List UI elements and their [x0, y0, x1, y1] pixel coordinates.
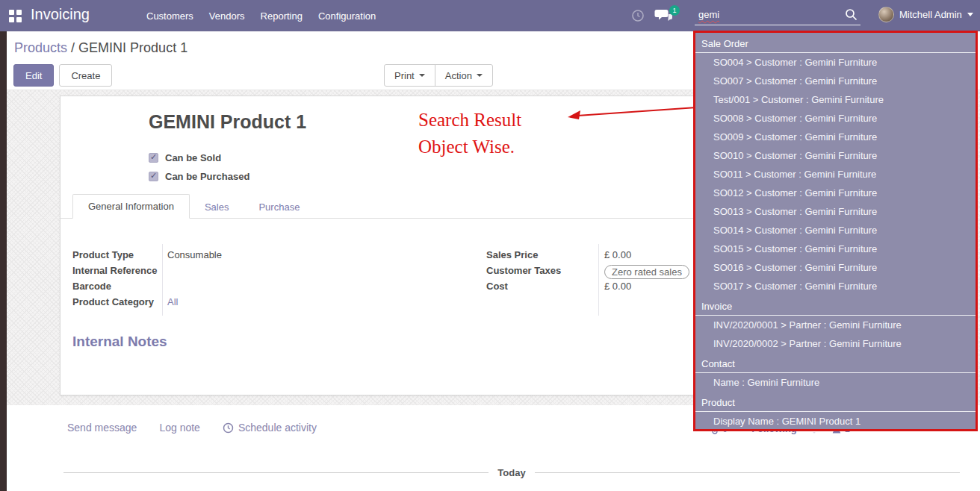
product-flags: Can be Sold Can be Purchased	[149, 148, 249, 186]
field-label: Product Category	[72, 296, 162, 307]
search-result-item[interactable]: SO013 > Customer : Gemini Furniture	[695, 202, 976, 221]
chatter-actions: Send message Log note Schedule activity	[67, 422, 317, 434]
print-menu-button[interactable]: Print	[385, 65, 435, 86]
divider-line	[535, 472, 960, 473]
apps-menu-icon[interactable]	[9, 10, 22, 22]
field-group-left: Product Type Consumable Internal Referen…	[72, 244, 486, 316]
search-result-item[interactable]: SO009 > Customer : Gemini Furniture	[695, 128, 976, 146]
checkbox-label: Can be Sold	[165, 152, 221, 163]
field-value[interactable]: Zero rated sales	[598, 265, 689, 279]
field-value[interactable]: All	[162, 296, 178, 307]
chevron-down-icon	[419, 74, 425, 77]
breadcrumb-separator: /	[71, 40, 75, 55]
menu-item[interactable]: Reporting	[261, 10, 303, 22]
clock-icon	[223, 422, 234, 434]
schedule-activity-button[interactable]: Schedule activity	[223, 422, 317, 434]
field-value[interactable]: Consumable	[162, 249, 222, 260]
app-name[interactable]: Invoicing	[31, 6, 90, 23]
breadcrumb-current: GEMINI Product 1	[78, 40, 187, 55]
checkbox-field: Can be Purchased	[149, 167, 249, 186]
breadcrumb: Products / GEMINI Product 1	[14, 40, 187, 56]
menu-item[interactable]: Configuration	[318, 10, 376, 22]
date-divider-label: Today	[497, 467, 525, 478]
search-result-group: Invoice INV/2020/0001 > Partner : Gemini…	[695, 295, 976, 353]
notebook-tab[interactable]: General Information	[72, 194, 190, 219]
search-result-item[interactable]: SO008 > Customer : Gemini Furniture	[695, 109, 976, 128]
divider-line	[63, 472, 489, 473]
field-label: Cost	[486, 281, 598, 292]
search-result-item[interactable]: SO017 > Customer : Gemini Furniture	[695, 277, 976, 295]
search-result-item[interactable]: SO014 > Customer : Gemini Furniture	[695, 221, 976, 240]
field-value[interactable]: £ 0.00	[598, 281, 631, 292]
menu-item[interactable]: Customers	[146, 10, 193, 22]
form-field: Internal Reference	[72, 264, 486, 280]
edit-button[interactable]: Edit	[13, 64, 54, 87]
search-result-group: Sale Order SO004 > Customer : Gemini Fur…	[695, 33, 976, 295]
search-result-item[interactable]: SO004 > Customer : Gemini Furniture	[695, 53, 976, 72]
top-navbar: Invoicing Customers Vendors Reporting Co…	[0, 0, 980, 31]
notebook-tab[interactable]: Purchase	[244, 196, 314, 219]
search-result-item[interactable]: Name : Gemini Furniture	[695, 373, 976, 392]
form-field: Product Category All	[72, 295, 486, 311]
search-result-group-header: Invoice	[695, 295, 976, 316]
search-result-item[interactable]: SO010 > Customer : Gemini Furniture	[695, 146, 976, 165]
avatar	[878, 7, 894, 22]
search-result-item[interactable]: INV/2020/0002 > Partner : Gemini Furnitu…	[695, 334, 976, 353]
form-buttons: Edit Create	[13, 64, 112, 87]
global-search-box[interactable]: gemi	[695, 6, 860, 25]
messages-icon[interactable]: 1	[654, 8, 677, 25]
annotation-line-2: Object Wise.	[418, 134, 521, 160]
field-label: Product Type	[72, 249, 162, 260]
search-icon[interactable]	[845, 8, 858, 21]
send-message-button[interactable]: Send message	[67, 422, 137, 434]
search-result-item[interactable]: SO016 > Customer : Gemini Furniture	[695, 258, 976, 277]
search-result-group-header: Sale Order	[695, 33, 976, 53]
annotation-arrow	[565, 101, 711, 125]
search-results-dropdown: Sale Order SO004 > Customer : Gemini Fur…	[693, 31, 978, 431]
search-result-item[interactable]: Test/001 > Customer : Gemini Furniture	[695, 90, 976, 109]
screen: Invoicing Customers Vendors Reporting Co…	[0, 0, 980, 491]
chevron-down-icon	[477, 74, 483, 77]
create-button[interactable]: Create	[59, 64, 112, 87]
field-value[interactable]: £ 0.00	[598, 249, 631, 260]
search-result-item[interactable]: Display Name : GEMINI Product 1	[695, 412, 976, 431]
field-label: Internal Reference	[72, 265, 162, 276]
checkbox-icon[interactable]	[149, 172, 158, 181]
checkbox-label: Can be Purchased	[165, 171, 249, 182]
form-field: Barcode	[72, 280, 486, 295]
menu-item[interactable]: Vendors	[209, 10, 245, 22]
date-divider: Today	[63, 467, 960, 478]
field-label: Customer Taxes	[486, 265, 598, 276]
field-label: Barcode	[72, 281, 162, 292]
checkbox-icon[interactable]	[149, 153, 158, 163]
print-action-group: Print Action	[384, 64, 493, 87]
activities-icon[interactable]	[631, 9, 645, 22]
search-result-group: Product Display Name : GEMINI Product 1	[695, 392, 976, 431]
action-menu-button[interactable]: Action	[435, 65, 492, 86]
search-input[interactable]: gemi	[698, 9, 719, 20]
log-note-button[interactable]: Log note	[159, 422, 200, 434]
checkbox-field: Can be Sold	[149, 148, 249, 167]
left-edge-strip	[0, 31, 7, 491]
search-result-item[interactable]: SO011 > Customer : Gemini Furniture	[695, 165, 976, 184]
search-result-item[interactable]: SO007 > Customer : Gemini Furniture	[695, 72, 976, 90]
search-result-item[interactable]: SO015 > Customer : Gemini Furniture	[695, 240, 976, 258]
field-label: Sales Price	[486, 249, 598, 260]
search-result-group-header: Contact	[695, 353, 976, 373]
user-menu[interactable]: Mitchell Admin	[878, 7, 973, 22]
breadcrumb-link-products[interactable]: Products	[14, 40, 67, 55]
message-count-badge: 1	[669, 5, 680, 16]
product-title: GEMINI Product 1	[149, 111, 306, 133]
search-result-group: Contact Name : Gemini Furniture	[695, 353, 976, 392]
annotation-line-1: Search Result	[418, 107, 521, 134]
search-result-item[interactable]: INV/2020/0001 > Partner : Gemini Furnitu…	[695, 316, 976, 334]
form-field: Product Type Consumable	[72, 248, 486, 264]
annotation-text: Search Result Object Wise.	[418, 107, 521, 160]
user-name: Mitchell Admin	[899, 9, 962, 20]
internal-notes-heading: Internal Notes	[72, 334, 167, 350]
search-result-item[interactable]: SO012 > Customer : Gemini Furniture	[695, 184, 976, 202]
chevron-down-icon	[967, 13, 973, 16]
notebook-tab[interactable]: Sales	[190, 196, 244, 219]
search-result-group-header: Product	[695, 392, 976, 412]
main-menu: Customers Vendors Reporting Configuratio…	[146, 0, 376, 31]
